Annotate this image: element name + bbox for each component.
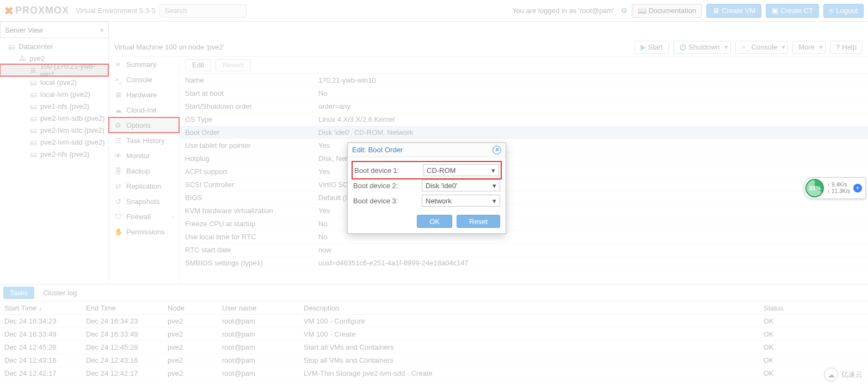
create-vm-button[interactable]: 🖥 Create VM [706,4,761,18]
subnav-snapshots[interactable]: ↺Snapshots [109,194,179,209]
option-row[interactable]: Start/Shutdown orderorder=any [180,100,868,113]
shutdown-button[interactable]: ⏻Shutdown▾ [673,41,731,54]
chevron-right-icon [171,213,174,221]
task-row[interactable]: Dec 24 16:34:23Dec 24 16:34:23pve2root@p… [0,315,868,328]
task-cell-user: root@pam [218,343,299,351]
option-row[interactable]: SMBIOS settings (type1)uuid=d46351c6-e25… [180,257,868,270]
node-icon: 🖧 [19,54,26,63]
tree-item-storage[interactable]: 🖴pve2-nfs (pve2) [0,148,108,160]
chevron-down-icon: ▾ [724,43,728,51]
option-key: Use local time for RTC [185,233,318,241]
col-desc[interactable]: Description [299,304,759,312]
task-row[interactable]: Dec 24 16:33:49Dec 24 16:33:49pve2root@p… [0,328,868,341]
option-row[interactable]: RTC start datenow [180,244,868,257]
tree-item-datacenter[interactable]: 🖴 Datacenter [0,40,108,52]
disk-icon: 🖴 [29,102,37,110]
col-status[interactable]: Status [759,304,868,312]
subnav-monitor[interactable]: 👁Monitor [109,148,179,163]
subnav-hardware[interactable]: 🖥Hardware [109,87,179,102]
gear-icon[interactable]: ⚙ [621,7,627,15]
page-title: Virtual Machine 100 on node 'pve2' [114,43,224,51]
col-user[interactable]: User name [218,304,299,312]
plus-icon[interactable]: + [853,184,862,192]
grid-toolbar: Edit Revert [180,57,868,74]
content-header: Virtual Machine 100 on node 'pve2' ▶Star… [109,38,868,57]
option-row[interactable]: Name170.21-ywb-win10 [180,74,868,87]
col-start[interactable]: Start Time ↓ [0,304,82,312]
task-cell-end: Dec 24 12:42:17 [82,369,163,377]
tree-item-storage[interactable]: 🖴pve2-lvm-sdb (pve2) [0,112,108,124]
tree-item-storage[interactable]: 🖴pve1-nfs (pve2) [0,100,108,112]
option-row[interactable]: ACPI supportYes [180,165,868,178]
vm-subnav: ≡Summary >_Console 🖥Hardware ☁Cloud-Init… [109,57,180,284]
option-row[interactable]: SCSI ControllerVirtIO SCSI [180,178,868,191]
eye-icon: 👁 [114,152,122,160]
task-cell-user: root@pam [218,356,299,364]
revert-button[interactable]: Revert [216,59,250,71]
tree-item-storage[interactable]: 🖴pve2-lvm-sdc (pve2) [0,124,108,136]
option-key: Start at boot [185,89,318,97]
edit-button[interactable]: Edit [185,59,211,71]
col-node[interactable]: Node [163,304,218,312]
task-cell-start: Dec 24 12:42:17 [0,369,82,377]
option-row[interactable]: OS TypeLinux 4.X/3.X/2.6 Kernel [180,113,868,126]
task-cell-end: Dec 24 16:33:49 [82,330,163,338]
ok-button[interactable]: OK [417,215,452,228]
option-row[interactable]: Use tablet for pointerYes [180,139,868,152]
subnav-cloudinit[interactable]: ☁Cloud-Init [109,102,179,117]
task-cell-user: root@pam [218,330,299,338]
tab-cluster-log[interactable]: Cluster log [36,287,83,299]
subnav-backup[interactable]: 🗄Backup [109,163,179,178]
option-row[interactable]: Freeze CPU at startupNo [180,218,868,231]
option-value: No [318,233,868,241]
boot-device-2-select[interactable]: Disk 'ide0' ▾ [422,179,500,191]
reset-button[interactable]: Reset [457,215,500,228]
task-row[interactable]: Dec 24 12:43:16Dec 24 12:43:16pve2root@p… [0,354,868,367]
create-ct-button[interactable]: ▣ Create CT [766,4,819,18]
tab-tasks[interactable]: Tasks [3,287,34,299]
server-icon: 🖴 [8,42,15,51]
subnav-console[interactable]: >_Console [109,72,179,87]
more-button[interactable]: More▾ [792,41,826,54]
option-row[interactable]: KVM hardware virtualizationYes [180,204,868,218]
search-input[interactable]: Search [159,4,247,17]
documentation-button[interactable]: 📖 Documentation [632,4,702,18]
option-row[interactable]: Start at bootNo [180,87,868,100]
server-view-select[interactable]: Server View [0,22,109,38]
boot-device-1-row: Boot device 1: CD-ROM ▾ [353,163,500,178]
subnav-summary[interactable]: ≡Summary [109,57,179,72]
task-row[interactable]: Dec 24 12:42:17Dec 24 12:42:17pve2root@p… [0,367,868,380]
summary-icon: ≡ [114,60,122,69]
monitor-icon: 🖥 [29,66,37,74]
env-version: Virtual Environment 5.3-5 [76,7,155,15]
option-row[interactable]: BIOSDefault (SeaBIOS) [180,191,868,204]
subnav-permissions[interactable]: ✋Permissions [109,224,179,239]
close-icon[interactable]: ✕ [493,146,501,154]
option-row[interactable]: Use local time for RTCNo [180,231,868,244]
col-end[interactable]: End Time [82,304,163,312]
option-row[interactable]: Boot OrderDisk 'ide0', CD-ROM, Network [180,126,868,139]
task-cell-desc: Start all VMs and Containers [299,343,759,351]
dialog-titlebar[interactable]: Edit: Boot Order ✕ [348,143,506,157]
option-row[interactable]: HotplugDisk, Network, USB [180,152,868,165]
tree-item-storage[interactable]: 🖴pve2-lvm-sdd (pve2) [0,136,108,148]
boot-device-3-select[interactable]: Network ▾ [422,195,500,207]
subnav-firewall[interactable]: 🛡Firewall [109,209,179,224]
option-key: RTC start date [185,246,318,254]
task-cell-desc: LVM-Thin Storage pve2-lvm-sdd - Create [299,369,759,377]
subnav-task-history[interactable]: ☷Task History [109,133,179,148]
network-speed-widget[interactable]: 33% 9.4K/s 11.3K/s + [804,177,866,199]
subnav-replication[interactable]: ⇄Replication [109,178,179,194]
option-value: now [318,246,868,254]
tree-item-vm-100[interactable]: 🖥 100 (170.21-ywb-win1 [0,64,108,76]
help-button[interactable]: ?Help [830,41,863,54]
edit-boot-order-dialog: Edit: Boot Order ✕ Boot device 1: CD-ROM… [347,142,506,234]
logout-button[interactable]: ⎋ Logout [823,4,864,18]
tree-item-storage[interactable]: 🖴local-lvm (pve2) [0,88,108,100]
console-button[interactable]: >_Console▾ [735,41,789,54]
start-button[interactable]: ▶Start [635,41,669,54]
task-row[interactable]: Dec 24 12:45:28Dec 24 12:45:28pve2root@p… [0,341,868,354]
boot-device-1-select[interactable]: CD-ROM ▾ [423,164,499,176]
subnav-options[interactable]: ⚙Options [109,117,179,133]
option-value: uuid=d46351c6-e251-4a1f-8999-24e18a04c14… [318,259,868,267]
